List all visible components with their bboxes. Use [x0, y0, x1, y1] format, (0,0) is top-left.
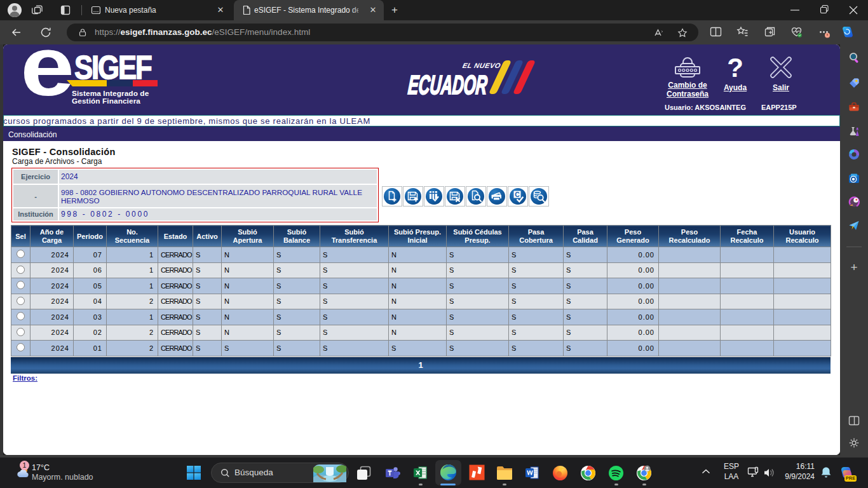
- svg-text:C: C: [515, 191, 520, 198]
